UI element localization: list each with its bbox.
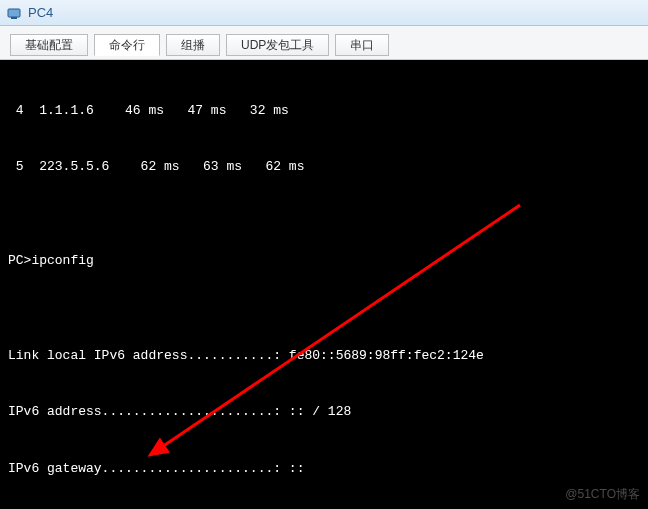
tab-udp-tool[interactable]: UDP发包工具 <box>226 34 329 56</box>
tab-multicast[interactable]: 组播 <box>166 34 220 56</box>
tab-label: 串口 <box>350 37 374 54</box>
svg-rect-1 <box>11 17 17 19</box>
tab-label: 组播 <box>181 37 205 54</box>
tab-basic-config[interactable]: 基础配置 <box>10 34 88 56</box>
tab-serial[interactable]: 串口 <box>335 34 389 56</box>
terminal-line: PC>ipconfig <box>8 252 640 271</box>
watermark: @51CTO博客 <box>565 486 640 503</box>
tab-label: 命令行 <box>109 37 145 54</box>
terminal-output[interactable]: 4 1.1.1.6 46 ms 47 ms 32 ms 5 223.5.5.6 … <box>0 60 648 509</box>
tab-bar: 基础配置 命令行 组播 UDP发包工具 串口 <box>0 26 648 60</box>
app-icon <box>6 5 22 21</box>
window-title: PC4 <box>28 5 53 20</box>
terminal-line: IPv6 address......................: :: /… <box>8 403 640 422</box>
terminal-line: 5 223.5.5.6 62 ms 63 ms 62 ms <box>8 158 640 177</box>
terminal-line: IPv6 gateway......................: :: <box>8 460 640 479</box>
window-titlebar: PC4 <box>0 0 648 26</box>
tab-label: 基础配置 <box>25 37 73 54</box>
terminal-line: Link local IPv6 address...........: fe80… <box>8 347 640 366</box>
tab-label: UDP发包工具 <box>241 37 314 54</box>
svg-rect-0 <box>8 9 20 17</box>
terminal-line: 4 1.1.1.6 46 ms 47 ms 32 ms <box>8 102 640 121</box>
tab-command-line[interactable]: 命令行 <box>94 34 160 56</box>
